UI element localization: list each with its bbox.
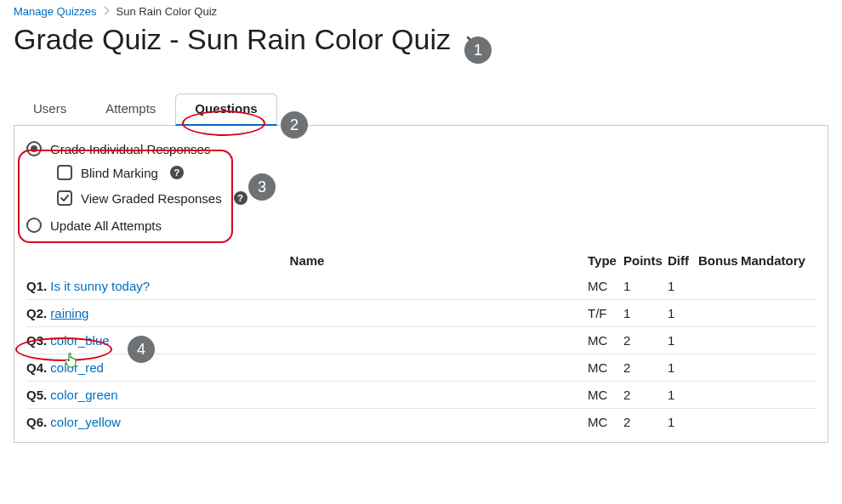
- help-icon[interactable]: ?: [234, 191, 247, 205]
- cell-diff: 1: [668, 360, 698, 375]
- question-link[interactable]: color_green: [50, 388, 117, 402]
- cell-points: 1: [623, 306, 668, 320]
- question-number: Q5.: [26, 388, 47, 402]
- title-actions-dropdown[interactable]: [466, 36, 480, 44]
- question-link[interactable]: color_yellow: [50, 415, 121, 429]
- checkbox-view-graded[interactable]: View Graded Responses ?: [26, 185, 816, 211]
- cell-points: 2: [623, 415, 668, 429]
- help-icon[interactable]: ?: [170, 166, 184, 179]
- cell-type: MC: [588, 415, 623, 429]
- col-header-type: Type: [588, 253, 623, 268]
- tab-attempts[interactable]: Attempts: [86, 93, 175, 126]
- cell-points: 1: [623, 279, 668, 293]
- col-header-points: Points: [623, 253, 668, 268]
- col-header-mandatory: Mandatory: [741, 253, 816, 268]
- table-row: Q6. color_yellowMC21: [26, 409, 816, 435]
- radio-update-all[interactable]: Update All Attempts: [26, 214, 816, 236]
- radio-icon: [26, 218, 42, 233]
- col-header-diff: Diff: [668, 253, 698, 268]
- cell-type: MC: [588, 279, 623, 293]
- cell-type: MC: [588, 333, 623, 348]
- cell-diff: 1: [668, 388, 698, 402]
- questions-table: Name Type Points Diff Bonus Mandatory Q1…: [26, 248, 816, 435]
- col-header-name: Name: [26, 253, 588, 268]
- radio-label: Update All Attempts: [50, 218, 162, 233]
- cell-diff: 1: [668, 333, 698, 348]
- checkbox-blind-marking[interactable]: Blind Marking ?: [26, 160, 816, 185]
- table-row: Q3. color_blueMC21: [26, 327, 816, 354]
- checkbox-label: Blind Marking: [81, 166, 158, 180]
- col-header-bonus: Bonus: [698, 253, 741, 268]
- breadcrumb: Manage Quizzes Sun Rain Color Quiz: [14, 3, 828, 20]
- question-number: Q1.: [26, 279, 47, 293]
- page-title: Grade Quiz - Sun Rain Color Quiz: [14, 23, 451, 56]
- table-row: Q5. color_greenMC21: [26, 382, 816, 409]
- cell-points: 2: [623, 333, 668, 348]
- radio-grade-individual[interactable]: Grade Individual Responses: [26, 138, 816, 160]
- cell-diff: 1: [668, 415, 698, 429]
- cell-points: 2: [623, 388, 668, 402]
- breadcrumb-current: Sun Rain Color Quiz: [117, 5, 218, 18]
- question-number: Q6.: [26, 415, 47, 429]
- cell-type: MC: [588, 360, 623, 375]
- question-number: Q3.: [26, 333, 47, 348]
- checkbox-icon: [57, 165, 72, 180]
- radio-icon: [26, 141, 42, 156]
- cell-type: T/F: [588, 306, 623, 320]
- table-row: Q4. color_redMC21: [26, 354, 816, 382]
- cell-diff: 1: [668, 279, 698, 293]
- radio-label: Grade Individual Responses: [50, 142, 210, 156]
- checkbox-label: View Graded Responses: [81, 191, 222, 206]
- chevron-right-icon: [104, 5, 110, 18]
- question-number: Q2.: [26, 306, 47, 320]
- breadcrumb-root-link[interactable]: Manage Quizzes: [14, 5, 97, 18]
- cell-diff: 1: [668, 306, 698, 320]
- table-header-row: Name Type Points Diff Bonus Mandatory: [26, 248, 816, 273]
- chevron-down-icon: [466, 36, 480, 44]
- cell-points: 2: [623, 360, 668, 375]
- checkbox-icon: [57, 190, 72, 206]
- table-row: Q2. rainingT/F11: [26, 300, 816, 327]
- question-number: Q4.: [26, 360, 47, 375]
- table-row: Q1. Is it sunny today?MC11: [26, 273, 816, 300]
- tab-questions[interactable]: Questions: [175, 93, 276, 126]
- question-link[interactable]: Is it sunny today?: [50, 279, 150, 293]
- question-link[interactable]: color_red: [50, 360, 104, 375]
- cell-type: MC: [588, 388, 623, 402]
- tab-bar: Users Attempts Questions: [14, 93, 828, 126]
- questions-panel: Grade Individual Responses Blind Marking…: [14, 125, 828, 443]
- question-link[interactable]: raining: [50, 306, 88, 320]
- question-link[interactable]: color_blue: [50, 333, 109, 348]
- tab-users[interactable]: Users: [14, 93, 86, 126]
